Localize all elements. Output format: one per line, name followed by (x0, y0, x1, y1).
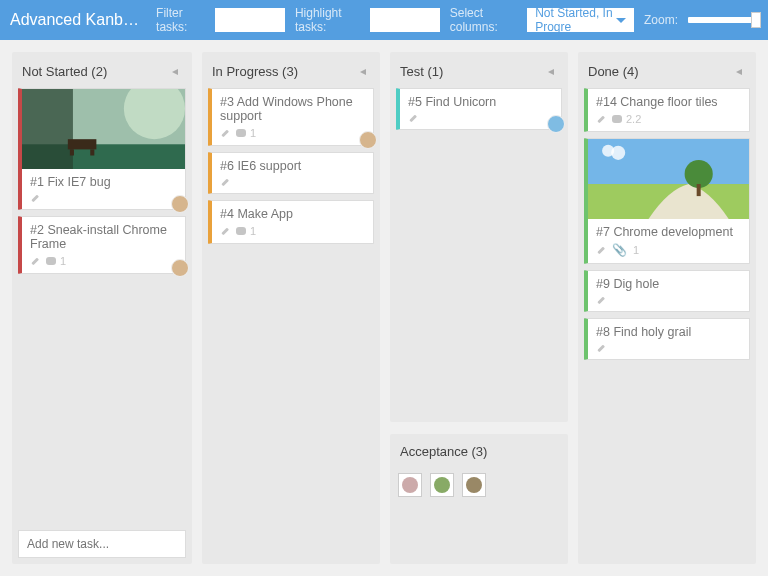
card-image (588, 139, 749, 219)
comment-icon: 1 (46, 255, 66, 267)
svg-rect-10 (697, 184, 701, 196)
zoom-thumb[interactable] (751, 12, 761, 28)
card-title: #5 Find Unicorn (400, 89, 561, 111)
select-columns-label: Select columns: (450, 6, 517, 34)
select-columns-dropdown[interactable]: Not Started, In Progre (527, 8, 634, 32)
card-1[interactable]: #1 Fix IE7 bug (18, 88, 186, 210)
svg-rect-6 (90, 149, 94, 155)
pencil-icon (596, 343, 606, 353)
filter-label: Filter tasks: (156, 6, 205, 34)
card-title: #2 Sneak-install Chrome Frame (22, 217, 185, 253)
svg-rect-4 (68, 139, 97, 149)
avatar (171, 259, 189, 277)
svg-point-9 (685, 160, 713, 188)
column-not-started: Not Started (2) ◂ #1 Fix IE7 bug #2 Snea… (12, 52, 192, 564)
card-title: #1 Fix IE7 bug (22, 169, 185, 191)
column-in-progress: In Progress (3) ◂ #3 Add Windows Phone s… (202, 52, 380, 564)
card-title: #14 Change floor tiles (588, 89, 749, 111)
card-image (22, 89, 185, 169)
comment-icon: 2.2 (612, 113, 641, 125)
add-task-input[interactable] (18, 530, 186, 558)
card-9[interactable]: #9 Dig hole (584, 270, 750, 312)
column-done: Done (4) ◂ #14 Change floor tiles 2.2 (578, 52, 756, 564)
kanban-board: Not Started (2) ◂ #1 Fix IE7 bug #2 Snea… (0, 40, 768, 576)
highlight-input[interactable] (370, 8, 440, 32)
header-bar: Advanced Kanban Bo… Filter tasks: Highli… (0, 0, 768, 40)
card-14[interactable]: #14 Change floor tiles 2.2 (584, 88, 750, 132)
filter-input[interactable] (215, 8, 285, 32)
zoom-slider[interactable] (688, 17, 758, 23)
acceptance-avatars (390, 467, 494, 564)
pencil-icon (30, 193, 40, 203)
card-4[interactable]: #4 Make App 1 (208, 200, 374, 244)
avatar (547, 115, 565, 133)
pencil-icon (220, 177, 230, 187)
pencil-icon (596, 295, 606, 305)
app-title: Advanced Kanban Bo… (10, 11, 146, 29)
svg-rect-2 (22, 89, 73, 169)
column-title: Done (4) (588, 64, 639, 79)
pencil-icon (596, 114, 606, 124)
column-title: Acceptance (3) (400, 444, 487, 459)
card-7[interactable]: #7 Chrome development 📎 1 (584, 138, 750, 264)
comment-icon: 1 (236, 225, 256, 237)
comment-icon: 1 (236, 127, 256, 139)
collapse-icon[interactable]: ◂ (544, 62, 558, 80)
card-title: #7 Chrome development (588, 219, 749, 241)
avatar (171, 195, 189, 213)
card-8[interactable]: #8 Find holy grail (584, 318, 750, 360)
card-title: #4 Make App (212, 201, 373, 223)
avatar[interactable] (462, 473, 486, 497)
card-title: #6 IE6 support (212, 153, 373, 175)
collapse-icon[interactable]: ◂ (356, 62, 370, 80)
svg-rect-5 (70, 149, 74, 155)
pencil-icon (30, 256, 40, 266)
column-title: In Progress (3) (212, 64, 298, 79)
pencil-icon (408, 113, 418, 123)
column-title: Test (1) (400, 64, 443, 79)
pencil-icon (220, 226, 230, 236)
card-title: #8 Find holy grail (588, 319, 749, 341)
zoom-label: Zoom: (644, 13, 678, 27)
column-acceptance: Acceptance (3) (390, 434, 568, 564)
column-title: Not Started (2) (22, 64, 107, 79)
column-group-test-acceptance: Test (1) ◂ #5 Find Unicorn Acceptance (3… (390, 52, 568, 564)
chevron-down-icon (616, 18, 626, 23)
pencil-icon (220, 128, 230, 138)
select-columns-value: Not Started, In Progre (535, 6, 616, 34)
card-2[interactable]: #2 Sneak-install Chrome Frame 1 (18, 216, 186, 274)
pencil-icon (596, 245, 606, 255)
card-title: #3 Add Windows Phone support (212, 89, 373, 125)
svg-point-12 (611, 146, 625, 160)
attachment-icon: 📎 (612, 243, 627, 257)
svg-rect-7 (588, 139, 749, 184)
collapse-icon[interactable]: ◂ (732, 62, 746, 80)
card-6[interactable]: #6 IE6 support (208, 152, 374, 194)
avatar (359, 131, 377, 149)
card-5[interactable]: #5 Find Unicorn (396, 88, 562, 130)
collapse-icon[interactable]: ◂ (168, 62, 182, 80)
card-title: #9 Dig hole (588, 271, 749, 293)
column-test: Test (1) ◂ #5 Find Unicorn (390, 52, 568, 422)
avatar[interactable] (398, 473, 422, 497)
highlight-label: Highlight tasks: (295, 6, 360, 34)
avatar[interactable] (430, 473, 454, 497)
card-3[interactable]: #3 Add Windows Phone support 1 (208, 88, 374, 146)
